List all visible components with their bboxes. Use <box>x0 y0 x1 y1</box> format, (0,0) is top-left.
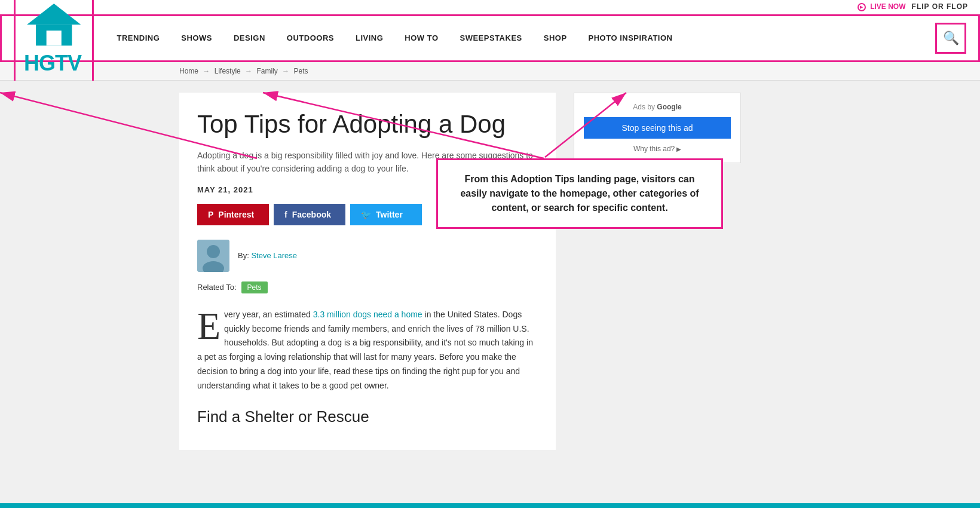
pinterest-label: Pinterest <box>218 210 254 219</box>
nav-item-outdoors[interactable]: OUTDOORS <box>276 33 345 42</box>
ad-box: Ads by Google Stop seeing this ad Why th… <box>574 93 741 163</box>
body-intro: very year, an estimated <box>224 310 313 319</box>
header: HGTV TRENDING SHOWS DESIGN OUTDOORS LIVI… <box>0 14 980 62</box>
main-content-area: Top Tips for Adopting a Dog Adopting a d… <box>0 81 980 462</box>
nav-item-trending[interactable]: TRENDING <box>106 33 170 42</box>
stop-seeing-ad-button[interactable]: Stop seeing this ad <box>584 117 731 139</box>
author-row: By: Steve Larese <box>197 240 538 272</box>
nav-item-living[interactable]: LIVING <box>345 33 394 42</box>
annotation-text: From this Adoption Tips landing page, vi… <box>460 174 699 213</box>
google-label: Google <box>657 103 681 111</box>
annotation-box: From this Adoption Tips landing page, vi… <box>436 158 723 229</box>
nav-item-sweepstakes[interactable]: SWEEPSTAKES <box>449 33 533 42</box>
breadcrumb-sep-1: → <box>203 67 212 75</box>
section-heading: Find a Shelter or Rescue <box>197 408 538 426</box>
sidebar-column: Ads by Google Stop seeing this ad Why th… <box>574 93 741 450</box>
author-byline: By: Steve Larese <box>238 251 297 260</box>
nav-item-shows[interactable]: SHOWS <box>170 33 223 42</box>
body-rest: in the United States. Dogs quickly becom… <box>197 310 533 390</box>
twitter-label: Twitter <box>376 210 403 219</box>
body-link[interactable]: 3.3 million dogs need a home <box>313 310 422 319</box>
breadcrumb-sep-3: → <box>282 67 291 75</box>
ads-label: Ads by <box>633 103 655 111</box>
author-avatar <box>197 240 229 272</box>
search-icon: 🔍 <box>943 30 959 46</box>
breadcrumb: Home → Lifestyle → Family → Pets <box>0 62 980 81</box>
pinterest-icon: P <box>208 210 213 219</box>
breadcrumb-home[interactable]: Home <box>179 67 198 75</box>
live-bar: LIVE NOW FLIP OR FLOP <box>0 0 980 14</box>
nav-item-design[interactable]: DESIGN <box>223 33 276 42</box>
breadcrumb-lifestyle[interactable]: Lifestyle <box>215 67 241 75</box>
facebook-button[interactable]: f Facebook <box>274 204 345 225</box>
twitter-button[interactable]: 🐦 Twitter <box>350 204 422 225</box>
breadcrumb-sep-2: → <box>245 67 254 75</box>
why-this-ad-link[interactable]: Why this ad? <box>584 145 731 153</box>
article-column: Top Tips for Adopting a Dog Adopting a d… <box>179 93 556 450</box>
svg-marker-0 <box>27 4 81 25</box>
article-title: Top Tips for Adopting a Dog <box>197 111 538 138</box>
logo-house-icon <box>24 40 84 50</box>
article-body-text: E very year, an estimated 3.3 million do… <box>197 308 538 393</box>
main-nav: TRENDING SHOWS DESIGN OUTDOORS LIVING HO… <box>106 33 935 42</box>
related-to-label: Related To: <box>197 283 237 292</box>
show-name: FLIP OR FLOP <box>912 2 968 11</box>
breadcrumb-pets[interactable]: Pets <box>293 67 308 75</box>
facebook-icon: f <box>284 210 287 219</box>
nav-item-how-to[interactable]: HOW TO <box>394 33 449 42</box>
related-to-row: Related To: Pets <box>197 281 538 293</box>
svg-point-4 <box>207 245 220 258</box>
svg-rect-2 <box>47 30 62 45</box>
search-button[interactable]: 🔍 <box>935 23 966 54</box>
logo-box[interactable]: HGTV <box>14 0 94 82</box>
author-name-link[interactable]: Steve Larese <box>251 251 297 260</box>
live-now-label: LIVE NOW <box>870 2 905 11</box>
by-label: By: <box>238 251 249 260</box>
ads-by-google-label: Ads by Google <box>584 103 731 111</box>
nav-item-photo-inspiration[interactable]: PHOTO INSPIRATION <box>578 33 684 42</box>
tag-badge[interactable]: Pets <box>241 281 268 293</box>
pinterest-button[interactable]: P Pinterest <box>197 204 269 225</box>
facebook-label: Facebook <box>292 210 331 219</box>
breadcrumb-family[interactable]: Family <box>256 67 277 75</box>
logo-text: HGTV <box>24 51 81 75</box>
nav-item-shop[interactable]: SHOP <box>533 33 578 42</box>
drop-cap-letter: E <box>197 308 220 342</box>
live-icon <box>858 3 866 11</box>
twitter-icon: 🐦 <box>361 210 371 219</box>
bottom-bar <box>0 503 980 508</box>
